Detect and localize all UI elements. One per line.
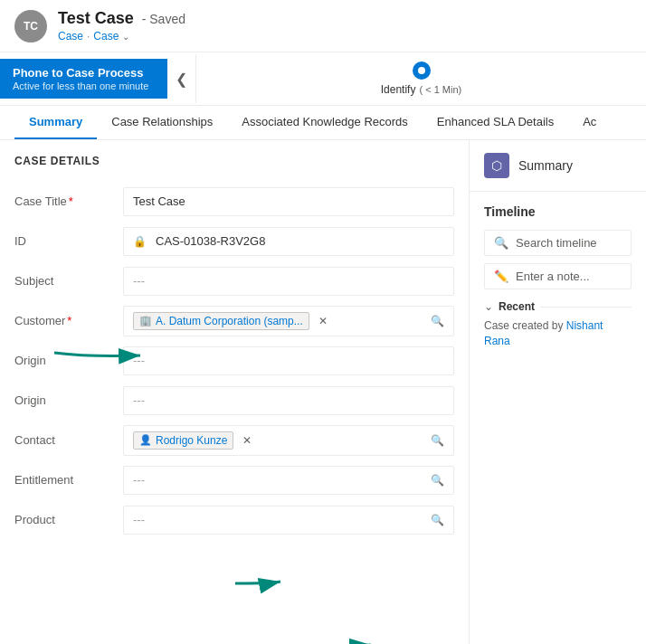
entitlement-search-icon[interactable]: 🔍 — [431, 474, 444, 487]
header: TC Test Case - Saved Case · Case ⌄ — [0, 0, 646, 52]
tab-associated-knowledge[interactable]: Associated Knowledge Records — [227, 106, 423, 139]
lock-icon: 🔒 — [133, 235, 147, 248]
step-sub: ( < 1 Min) — [419, 84, 461, 95]
value-id[interactable]: 🔒 CAS-01038-R3V2G8 — [123, 227, 454, 256]
process-title: Phone to Case Process — [13, 66, 155, 80]
main-content: CASE DETAILS Case Title* Test Case ID — [0, 140, 646, 644]
recent-chevron-icon[interactable]: ⌄ — [484, 300, 493, 313]
label-customer: Customer* — [14, 307, 123, 335]
product-search-icon[interactable]: 🔍 — [431, 514, 444, 526]
entitlement-text: --- — [133, 473, 145, 487]
breadcrumb-chevron[interactable]: ⌄ — [122, 32, 129, 42]
customer-link[interactable]: A. Datum Corporation (samp... — [156, 315, 303, 327]
process-label[interactable]: Phone to Case Process Active for less th… — [0, 59, 167, 99]
recent-text: Case created by — [484, 319, 563, 332]
tab-summary[interactable]: Summary — [14, 106, 97, 139]
field-row-contact: Contact 👤 Rodrigo Kunze ✕ 🔍 — [14, 421, 454, 460]
recent-label: Recent — [499, 300, 535, 313]
label-subject: Subject — [14, 267, 123, 295]
value-customer[interactable]: 🏢 A. Datum Corporation (samp... ✕ 🔍 — [123, 306, 454, 336]
process-collapse-button[interactable]: ❮ — [167, 54, 196, 103]
value-entitlement[interactable]: --- 🔍 — [123, 466, 454, 495]
timeline-note-input[interactable]: ✏️ Enter a note... — [484, 263, 632, 289]
timeline-note-text: Enter a note... — [516, 270, 590, 283]
process-bar: Phone to Case Process Active for less th… — [0, 52, 646, 106]
process-steps: Identify ( < 1 Min) — [196, 52, 646, 105]
timeline-title: Timeline — [484, 204, 632, 219]
field-row-entitlement: Entitlement --- 🔍 — [14, 460, 454, 500]
pencil-icon: ✏️ — [494, 270, 508, 283]
case-title-text: Test Case — [133, 194, 185, 208]
summary-icon: ⬡ — [491, 158, 502, 173]
recent-section: ⌄ Recent Case created by Nishant Rana — [484, 300, 632, 349]
right-panel: ⬡ Summary Timeline 🔍 Search timeline ✏️ … — [469, 140, 646, 644]
label-product: Product — [14, 506, 123, 534]
field-row-customer: Customer* 🏢 A. Datum Corporation (samp..… — [14, 301, 454, 341]
origin1-text: --- — [133, 354, 145, 367]
avatar: TC — [14, 10, 47, 43]
customer-icon: 🏢 — [139, 315, 152, 327]
summary-icon-bg: ⬡ — [484, 153, 509, 178]
case-details-panel: CASE DETAILS Case Title* Test Case ID — [0, 140, 469, 554]
field-row-subject: Subject --- — [14, 261, 454, 301]
timeline-search-bar[interactable]: 🔍 Search timeline — [484, 230, 632, 256]
saved-status: - Saved — [142, 12, 185, 26]
required-marker: * — [69, 194, 73, 208]
tab-enhanced-sla[interactable]: Enhanced SLA Details — [423, 106, 568, 139]
process-step-identify: Identify ( < 1 Min) — [381, 62, 461, 96]
breadcrumb-case1[interactable]: Case — [58, 30, 83, 43]
header-title: Test Case - Saved Case · Case ⌄ — [58, 9, 185, 43]
breadcrumb-case2[interactable]: Case — [93, 30, 119, 43]
process-subtitle: Active for less than one minute — [13, 80, 155, 91]
label-origin1: Origin — [14, 346, 123, 374]
label-id: ID — [14, 227, 123, 255]
value-case-title[interactable]: Test Case — [123, 187, 454, 216]
product-text: --- — [133, 513, 145, 526]
tab-case-relationships[interactable]: Case Relationships — [97, 106, 227, 139]
field-row-case-title: Case Title* Test Case — [14, 182, 454, 222]
label-origin2: Origin — [14, 386, 123, 414]
recent-divider — [540, 307, 632, 308]
timeline-search-icon: 🔍 — [494, 236, 508, 250]
app-container: TC Test Case - Saved Case · Case ⌄ Phone… — [0, 0, 646, 644]
value-contact[interactable]: 👤 Rodrigo Kunze ✕ 🔍 — [123, 425, 454, 456]
customer-clear-icon[interactable]: ✕ — [318, 315, 328, 327]
label-entitlement: Entitlement — [14, 466, 123, 494]
left-panel: CASE DETAILS Case Title* Test Case ID — [0, 140, 469, 644]
label-contact: Contact — [14, 426, 123, 454]
page-title: Test Case - Saved — [58, 9, 185, 28]
customer-search-icon[interactable]: 🔍 — [431, 315, 444, 327]
customer-tag: 🏢 A. Datum Corporation (samp... — [133, 312, 309, 330]
id-text: CAS-01038-R3V2G8 — [156, 234, 265, 248]
contact-icon: 👤 — [139, 434, 152, 446]
label-case-title: Case Title* — [14, 187, 123, 215]
recent-header: ⌄ Recent — [484, 300, 632, 313]
contact-link[interactable]: Rodrigo Kunze — [156, 434, 227, 447]
contact-clear-icon[interactable]: ✕ — [242, 434, 252, 447]
origin2-text: --- — [133, 393, 145, 407]
value-subject[interactable]: --- — [123, 267, 454, 296]
recent-item: Case created by Nishant Rana — [484, 318, 632, 349]
value-origin1[interactable]: --- — [123, 346, 454, 375]
form-fields: Case Title* Test Case ID 🔒 CAS-01038-R3V… — [14, 182, 454, 540]
contact-search-icon[interactable]: 🔍 — [431, 434, 444, 447]
summary-card[interactable]: ⬡ Summary — [470, 140, 646, 192]
step-circle — [413, 62, 431, 80]
field-row-origin2: Origin --- — [14, 381, 454, 421]
subject-text: --- — [133, 274, 145, 288]
title-text: Test Case — [58, 9, 134, 27]
step-label: Identify — [381, 83, 416, 96]
field-row-product: Product --- 🔍 — [14, 500, 454, 540]
tab-ac[interactable]: Ac — [568, 106, 611, 139]
value-origin2[interactable]: --- — [123, 386, 454, 415]
field-row-origin1: Origin --- — [14, 341, 454, 381]
timeline-section: Timeline 🔍 Search timeline ✏️ Enter a no… — [470, 192, 646, 362]
contact-tag: 👤 Rodrigo Kunze — [133, 431, 233, 450]
field-row-id: ID 🔒 CAS-01038-R3V2G8 — [14, 222, 454, 261]
breadcrumb: Case · Case ⌄ — [58, 30, 185, 43]
tab-bar: Summary Case Relationships Associated Kn… — [0, 106, 646, 140]
timeline-search-text: Search timeline — [516, 236, 597, 250]
value-product[interactable]: --- 🔍 — [123, 506, 454, 535]
breadcrumb-dot: · — [87, 30, 90, 43]
summary-label: Summary — [518, 158, 573, 173]
